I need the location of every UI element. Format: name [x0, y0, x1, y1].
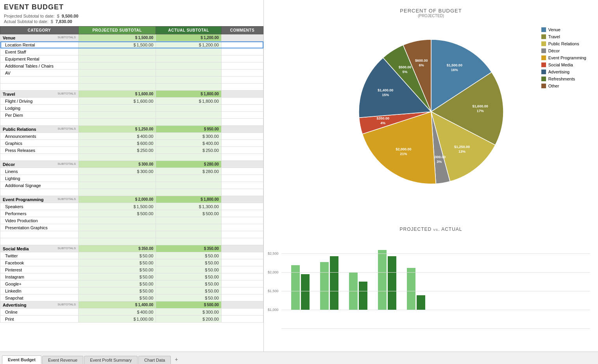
section-subtotal-row[interactable]: Event Programming SUBTOTALS $2,000.00 $1…	[0, 196, 263, 203]
item-actual: $50.00	[156, 252, 221, 259]
tab-event-profit-summary[interactable]: Event Profit Summary	[84, 356, 138, 364]
section-subtotal-row[interactable]: Venue SUBTOTALS $1,500.00 $1,200.00	[0, 34, 263, 41]
section-name: Venue SUBTOTALS	[0, 34, 79, 41]
item-comments	[221, 259, 263, 266]
section-proj-subtotal: $1,400.00	[79, 302, 156, 309]
section-actual-subtotal: $1,200.00	[156, 34, 221, 41]
table-row[interactable]: Performers $500.00 $500.00	[0, 210, 263, 217]
table-row[interactable]: Facebook $50.00 $50.00	[0, 259, 263, 266]
item-proj: $500.00	[79, 210, 156, 217]
item-comments	[221, 210, 263, 217]
table-row[interactable]: Event Staff	[0, 48, 263, 55]
item-comments	[221, 98, 263, 105]
item-comments	[221, 238, 263, 245]
legend-item-0: Venue	[541, 27, 586, 32]
item-comments	[221, 70, 263, 77]
section-comments	[221, 245, 263, 252]
item-actual: $500.00	[156, 210, 221, 217]
section-comments	[221, 302, 263, 309]
table-row[interactable]: Video Production	[0, 217, 263, 224]
pie-label-amount-2: $1,250.00	[454, 145, 469, 149]
section-subtotal-row[interactable]: Social Media SUBTOTALS $350.00 $350.00	[0, 245, 263, 252]
table-row[interactable]: AV	[0, 70, 263, 77]
table-row[interactable]	[0, 77, 263, 84]
table-row[interactable]	[0, 154, 263, 161]
table-row[interactable]: Per Diem	[0, 112, 263, 119]
item-comments	[221, 84, 263, 91]
table-row[interactable]: Snapchat $50.00 $50.00	[0, 294, 263, 302]
section-comments	[221, 161, 263, 168]
item-proj	[79, 105, 156, 112]
section-subtotal-row[interactable]: Décor SUBTOTALS $300.00 $280.00	[0, 161, 263, 168]
item-comments	[221, 147, 263, 154]
section-name: Advertising SUBTOTALS	[0, 302, 79, 309]
tab-event-budget[interactable]: Event Budget	[2, 355, 41, 364]
item-proj	[79, 112, 156, 119]
section-proj-subtotal: $300.00	[79, 161, 156, 168]
tab-event-revenue[interactable]: Event Revenue	[42, 356, 83, 364]
table-row[interactable]: Linens $300.00 $280.00	[0, 168, 263, 175]
section-actual-subtotal: $350.00	[156, 245, 221, 252]
table-row[interactable]: Twitter $50.00 $50.00	[0, 252, 263, 259]
item-proj: $50.00	[79, 294, 156, 302]
pie-chart-title: PERCENT OF BUDGET (PROJECTED)	[268, 8, 594, 18]
table-row[interactable]	[0, 238, 263, 245]
table-row[interactable]: LinkedIn $50.00 $50.00	[0, 287, 263, 294]
table-row[interactable]: Equipment Rental	[0, 55, 263, 62]
item-proj: $50.00	[79, 280, 156, 287]
actual-dollar: $	[51, 19, 53, 24]
section-subtotal-row[interactable]: Travel SUBTOTALS $1,600.00 $1,800.00	[0, 91, 263, 98]
table-row[interactable]: Additional Signage	[0, 182, 263, 189]
item-comments	[221, 224, 263, 231]
pie-label-pct-7: 5%	[402, 70, 407, 74]
item-comments	[221, 48, 263, 55]
table-row[interactable]: Speakers $1,500.00 $1,300.00	[0, 203, 263, 210]
item-name: Additional Signage	[0, 182, 79, 189]
table-row[interactable]: Google+ $50.00 $50.00	[0, 280, 263, 287]
legend-item-2: Public Relations	[541, 41, 586, 46]
section-subtotal-row[interactable]: Advertising SUBTOTALS $1,400.00 $500.00	[0, 302, 263, 309]
item-actual: $300.00	[156, 133, 221, 140]
item-actual	[156, 77, 221, 84]
table-row[interactable]: Print $1,000.00 $200.00	[0, 316, 263, 323]
right-panel: PERCENT OF BUDGET (PROJECTED) $1,500.001…	[264, 0, 598, 352]
item-comments	[221, 309, 263, 316]
section-actual-subtotal: $950.00	[156, 126, 221, 133]
table-row[interactable]: Announcements $400.00 $300.00	[0, 133, 263, 140]
item-name: Video Production	[0, 217, 79, 224]
bar-projected-2	[349, 273, 358, 310]
table-row[interactable]: Flight / Driving $1,600.00 $1,800.00	[0, 98, 263, 105]
table-row[interactable]: Press Releases $250.00 $250.00	[0, 147, 263, 154]
item-actual: $1,300.00	[156, 203, 221, 210]
table-row[interactable]: Instagram $50.00 $50.00	[0, 273, 263, 280]
table-row[interactable]	[0, 189, 263, 196]
add-tab-button[interactable]: +	[172, 355, 181, 364]
item-actual	[156, 105, 221, 112]
legend-color-6	[541, 70, 546, 74]
item-actual: $50.00	[156, 259, 221, 266]
section-subtotal-row[interactable]: Public Relations SUBTOTALS $1,250.00 $95…	[0, 126, 263, 133]
table-row[interactable]	[0, 231, 263, 238]
item-proj: $400.00	[79, 133, 156, 140]
table-row[interactable]: Lighting	[0, 175, 263, 182]
item-comments	[221, 280, 263, 287]
section-name: Event Programming SUBTOTALS	[0, 196, 79, 203]
table-row[interactable]: Graphics $600.00 $400.00	[0, 140, 263, 147]
table-row[interactable]	[0, 84, 263, 91]
table-row[interactable]: Online $400.00 $300.00	[0, 309, 263, 316]
grid-line-1000	[281, 310, 590, 310]
item-proj: $50.00	[79, 273, 156, 280]
table-row[interactable]: Location Rental $1,500.00 $1,200.00	[0, 41, 263, 48]
table-row[interactable]: Additional Tables / Chairs	[0, 62, 263, 70]
tab-chart-data[interactable]: Chart Data	[138, 356, 171, 364]
item-name: Instagram	[0, 273, 79, 280]
header-projected: PROJECTED SUBTOTAL	[79, 27, 156, 34]
pie-label-amount-1: $1,600.00	[472, 104, 488, 108]
table-row[interactable]: Lodging	[0, 105, 263, 112]
item-actual: $250.00	[156, 147, 221, 154]
table-row[interactable]	[0, 119, 263, 126]
item-name: Graphics	[0, 140, 79, 147]
table-row[interactable]: Pinterest $50.00 $50.00	[0, 266, 263, 273]
table-row[interactable]: Presentation Graphics	[0, 224, 263, 231]
legend-label-1: Travel	[548, 34, 560, 39]
